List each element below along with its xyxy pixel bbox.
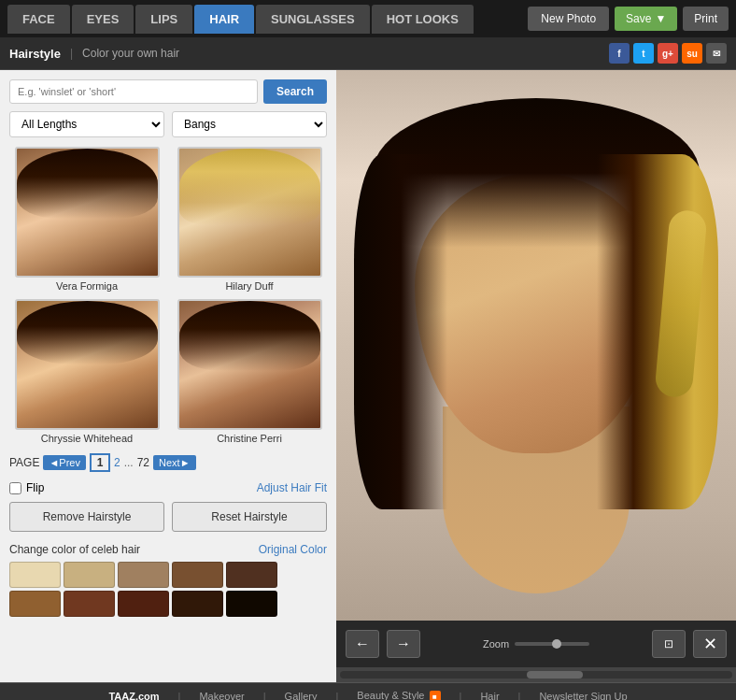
- gallery-image-1[interactable]: [15, 147, 160, 278]
- tab-eyes[interactable]: EYES: [72, 5, 134, 34]
- color-hair-link[interactable]: Color your own hair: [82, 47, 179, 60]
- swatch-light-brown[interactable]: [172, 562, 223, 588]
- photo-area[interactable]: [336, 70, 736, 621]
- footer-link-makeover[interactable]: Makeover: [199, 691, 244, 701]
- remove-hairstyle-button[interactable]: Remove Hairstyle: [9, 502, 164, 532]
- search-button[interactable]: Search: [263, 79, 327, 104]
- close-button[interactable]: ✕: [693, 630, 727, 658]
- top-navigation: FACE EYES LIPS HAIR SUNGLASSES HOT LOOKS…: [0, 0, 736, 37]
- next-page-button[interactable]: Next►: [153, 455, 196, 470]
- footer-link-beauty[interactable]: Beauty & Style ■: [357, 690, 440, 700]
- footer-link-hair[interactable]: Hair: [480, 691, 499, 701]
- tab-hair[interactable]: HAIR: [194, 5, 254, 34]
- zoom-section: Zoom: [483, 638, 589, 650]
- swatch-dark-brown[interactable]: [226, 562, 277, 588]
- zoom-label: Zoom: [483, 638, 509, 650]
- swatch-dark-auburn[interactable]: [118, 591, 169, 617]
- arrow-right-button[interactable]: →: [387, 630, 420, 658]
- reset-hairstyle-button[interactable]: Reset Hairstyle: [172, 502, 327, 532]
- tab-hot-looks[interactable]: HOT LOOKS: [372, 5, 474, 34]
- twitter-icon[interactable]: t: [633, 43, 654, 64]
- flip-adjust-row: Flip Adjust Hair Fit: [9, 481, 327, 494]
- bangs-filter[interactable]: Bangs No Bangs Side Bangs: [172, 111, 327, 137]
- swatch-dark-blonde[interactable]: [118, 562, 169, 588]
- rss-icon: ■: [430, 691, 441, 700]
- new-photo-button[interactable]: New Photo: [528, 7, 609, 31]
- current-page[interactable]: 1: [90, 453, 110, 472]
- scroll-thumb[interactable]: [527, 671, 583, 679]
- sub-bar: Hairstyle | Color your own hair f t g+ s…: [0, 37, 736, 70]
- list-item[interactable]: Christine Perri: [172, 299, 327, 444]
- footer-link-newsletter[interactable]: Newsletter Sign Up: [539, 691, 627, 701]
- list-item[interactable]: Hilary Duff: [172, 147, 327, 292]
- flip-checkbox[interactable]: [9, 482, 21, 494]
- scroll-track: [340, 671, 732, 679]
- gallery-image-3[interactable]: [15, 299, 160, 430]
- swatch-auburn[interactable]: [9, 591, 61, 617]
- zoom-thumb[interactable]: [552, 639, 561, 649]
- gallery-grid: Vera Formiga Hilary Duff Chryssie Whiteh…: [9, 147, 327, 444]
- length-filter[interactable]: All Lengths Short Medium Long: [9, 111, 164, 137]
- swatch-row-2: [9, 591, 327, 617]
- swatch-medium-blonde[interactable]: [64, 562, 115, 588]
- right-panel: ← → Zoom ⊡ ✕: [336, 70, 736, 682]
- save-arrow: ▼: [655, 12, 666, 25]
- flip-label[interactable]: Flip: [9, 481, 44, 494]
- gallery-image-2[interactable]: [177, 147, 322, 278]
- color-swatches: [9, 562, 327, 617]
- ctrl-left: ← →: [346, 630, 420, 658]
- save-button[interactable]: Save ▼: [615, 7, 677, 31]
- left-panel: Search All Lengths Short Medium Long Ban…: [0, 70, 336, 682]
- adjust-hair-fit-link[interactable]: Adjust Hair Fit: [257, 481, 327, 494]
- nav-tabs: FACE EYES LIPS HAIR SUNGLASSES HOT LOOKS: [7, 5, 474, 34]
- ctrl-right: ⊡ ✕: [652, 630, 727, 658]
- facebook-icon[interactable]: f: [609, 43, 630, 64]
- prev-page-button[interactable]: ◄Prev: [43, 455, 86, 470]
- tab-sunglasses[interactable]: SUNGLASSES: [256, 5, 370, 34]
- email-icon[interactable]: ✉: [706, 43, 727, 64]
- swatch-light-blonde[interactable]: [9, 562, 61, 588]
- gallery-name-1: Vera Formiga: [56, 280, 118, 292]
- tab-lips[interactable]: LIPS: [135, 5, 192, 34]
- page-ellipsis: ...: [124, 456, 134, 469]
- face-position-button[interactable]: ⊡: [652, 630, 686, 658]
- sub-bar-left: Hairstyle | Color your own hair: [9, 47, 179, 61]
- swatch-red-brown[interactable]: [64, 591, 115, 617]
- swatch-very-dark[interactable]: [172, 591, 223, 617]
- stumbleupon-icon[interactable]: su: [682, 43, 702, 64]
- save-label: Save: [626, 12, 651, 25]
- total-pages: 72: [137, 456, 149, 469]
- gallery-name-2: Hilary Duff: [225, 280, 273, 292]
- gallery-image-4[interactable]: [177, 299, 322, 430]
- swatch-row-1: [9, 562, 327, 588]
- original-color-link[interactable]: Original Color: [259, 543, 327, 556]
- gallery-name-3: Chryssie Whitehead: [41, 433, 133, 444]
- filter-row: All Lengths Short Medium Long Bangs No B…: [9, 111, 327, 137]
- page-label: PAGE: [9, 456, 39, 469]
- action-buttons: Remove Hairstyle Reset Hairstyle: [9, 502, 327, 532]
- gallery-name-4: Christine Perri: [217, 433, 282, 444]
- list-item[interactable]: Chryssie Whitehead: [9, 299, 164, 444]
- color-title: Change color of celeb hair: [9, 543, 140, 556]
- tab-face[interactable]: FACE: [7, 5, 70, 34]
- hairstyle-tab[interactable]: Hairstyle: [9, 47, 61, 61]
- print-button[interactable]: Print: [683, 7, 729, 31]
- main-layout: Search All Lengths Short Medium Long Ban…: [0, 70, 736, 682]
- footer: TAAZ.com | Makeover | Gallery | Beauty &…: [0, 682, 736, 700]
- list-item[interactable]: Vera Formiga: [9, 147, 164, 292]
- flip-text: Flip: [26, 481, 44, 494]
- zoom-slider[interactable]: [515, 642, 589, 646]
- search-input[interactable]: [9, 79, 258, 104]
- search-row: Search: [9, 79, 327, 104]
- footer-link-gallery[interactable]: Gallery: [285, 691, 318, 701]
- social-icons: f t g+ su ✉: [609, 43, 727, 64]
- color-section-header: Change color of celeb hair Original Colo…: [9, 543, 327, 556]
- googleplus-icon[interactable]: g+: [658, 43, 678, 64]
- photo-scrollbar[interactable]: [336, 667, 736, 682]
- arrow-left-button[interactable]: ←: [346, 630, 379, 658]
- top-action-buttons: New Photo Save ▼ Print: [528, 7, 729, 31]
- page-2-link[interactable]: 2: [114, 456, 120, 469]
- photo-controls: ← → Zoom ⊡ ✕: [336, 621, 736, 667]
- sub-tab-separator: |: [70, 47, 73, 60]
- swatch-black[interactable]: [226, 591, 277, 617]
